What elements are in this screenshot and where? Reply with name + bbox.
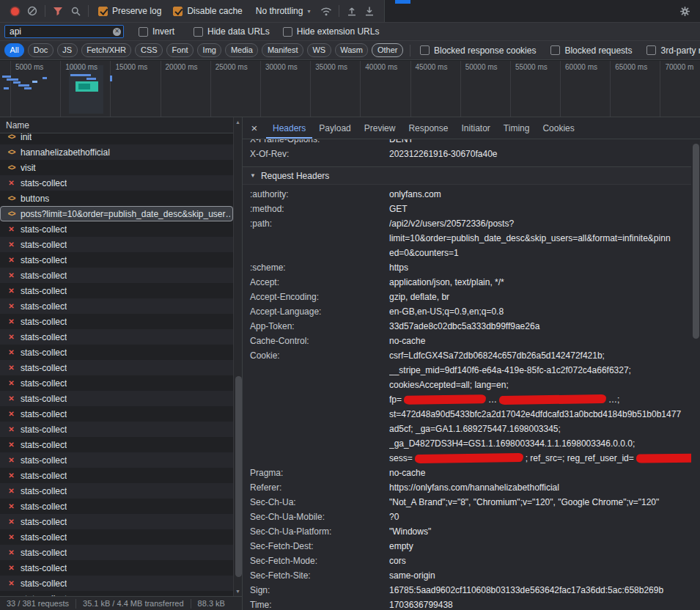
request-row[interactable]: ✕stats-collect (0, 576, 233, 591)
filter-chip-js[interactable]: JS (57, 43, 78, 57)
request-row[interactable]: ✕stats-collect (0, 422, 233, 437)
request-row[interactable]: ✕stats-collect (0, 221, 233, 237)
details-scrollbar-thumb[interactable] (693, 144, 699, 339)
network-conditions-button[interactable] (317, 2, 335, 20)
request-row[interactable]: ✕stats-collect (0, 452, 233, 468)
request-row[interactable]: <>hannahelizabethofficial (0, 144, 233, 160)
request-rows: <>init<>hannahelizabethofficial<>visit✕s… (0, 133, 233, 596)
blocked-requests-toggle[interactable]: Blocked requests (550, 45, 632, 56)
request-row[interactable]: ✕stats-collect (0, 298, 233, 314)
invert-toggle[interactable]: Invert (139, 26, 174, 37)
request-row[interactable]: ✕stats-collect (0, 175, 233, 191)
preserve-log-toggle[interactable]: Preserve log (98, 6, 161, 16)
details-scrollbar[interactable] (691, 139, 700, 610)
header-row: Accept-Language:en-GB,en-US;q=0.9,en;q=0… (243, 304, 691, 319)
preserve-log-checkbox[interactable] (98, 7, 108, 16)
search-button[interactable] (67, 2, 84, 20)
settings-button[interactable] (676, 2, 693, 20)
request-row[interactable]: ✕stats-collect (0, 514, 233, 529)
requests-scrollbar-thumb[interactable] (235, 376, 242, 577)
request-row[interactable]: ✕stats-collect (0, 314, 233, 329)
request-row[interactable]: ✕stats-collect (0, 375, 233, 391)
filter-chip-other[interactable]: Other (372, 43, 403, 57)
request-row[interactable]: <>posts?limit=10&order=publish_date_desc… (0, 206, 233, 221)
request-row[interactable]: ✕stats-collect (0, 360, 233, 375)
filter-chip-doc[interactable]: Doc (28, 43, 54, 57)
filter-toggle-button[interactable] (49, 2, 67, 20)
close-details-button[interactable]: × (243, 117, 266, 139)
clear-icon (27, 6, 37, 16)
filter-chip-manifest[interactable]: Manifest (262, 43, 303, 57)
hide-extension-urls-toggle[interactable]: Hide extension URLs (283, 26, 380, 37)
filter-input[interactable] (4, 25, 124, 38)
request-row[interactable]: ✕stats-collect (0, 252, 233, 268)
tab-payload[interactable]: Payload (312, 117, 357, 139)
filter-chip-wasm[interactable]: Wasm (335, 43, 369, 57)
hide-data-urls-toggle[interactable]: Hide data URLs (194, 26, 270, 37)
tab-initiator[interactable]: Initiator (454, 117, 496, 139)
filter-chip-all[interactable]: All (4, 43, 24, 57)
request-row[interactable]: ✕stats-collect (0, 237, 233, 252)
column-header-name[interactable]: Name (0, 117, 242, 133)
request-row[interactable]: <>buttons (0, 191, 233, 206)
request-headers-section[interactable]: ▼ Request Headers (243, 167, 691, 185)
filter-chip-img[interactable]: Img (197, 43, 221, 57)
disable-cache-checkbox[interactable] (173, 7, 183, 16)
request-row[interactable]: ✕stats-collect (0, 437, 233, 452)
import-har-button[interactable] (343, 2, 361, 20)
request-row[interactable]: ✕stats-collect (0, 345, 233, 360)
invert-checkbox[interactable] (139, 27, 148, 37)
tab-timing[interactable]: Timing (497, 117, 537, 139)
clear-log-button[interactable] (23, 2, 41, 20)
tab-preview[interactable]: Preview (358, 117, 402, 139)
request-row[interactable]: ✕stats-collect (0, 591, 233, 596)
tab-cookies[interactable]: Cookies (536, 117, 581, 139)
timeline-tick: 55000 ms (510, 61, 560, 117)
request-row[interactable]: <>init (0, 133, 233, 144)
blocked-requests-checkbox[interactable] (550, 45, 560, 55)
tab-response[interactable]: Response (402, 117, 454, 139)
header-name: Sec-Ch-Ua-Platform: (243, 524, 389, 539)
scroll-down-icon[interactable]: ▼ (235, 589, 240, 594)
error-icon: ✕ (6, 334, 17, 341)
request-row[interactable]: ✕stats-collect (0, 483, 233, 499)
request-row[interactable]: ✕stats-collect (0, 560, 233, 576)
request-row[interactable]: ✕stats-collect (0, 391, 233, 406)
request-row[interactable]: ✕stats-collect (0, 406, 233, 422)
header-value: empty (389, 539, 691, 554)
request-row[interactable]: ✕stats-collect (0, 545, 233, 560)
filter-chip-fetch-xhr[interactable]: Fetch/XHR (81, 43, 132, 57)
third-party-toggle[interactable]: 3rd-party requests (646, 45, 700, 56)
filter-chip-css[interactable]: CSS (135, 43, 163, 57)
header-row: Sec-Fetch-Dest:empty (243, 539, 691, 554)
filter-chip-ws[interactable]: WS (307, 43, 331, 57)
header-value: cors (389, 554, 691, 568)
third-party-checkbox[interactable] (646, 45, 656, 55)
tab-headers[interactable]: Headers (266, 117, 312, 139)
disable-cache-toggle[interactable]: Disable cache (173, 6, 242, 16)
requests-scrollbar[interactable]: ▲ ▼ (233, 117, 242, 596)
request-name: stats-collect (21, 425, 67, 435)
throttling-select[interactable]: No throttling ▾ (256, 6, 311, 16)
filter-chip-media[interactable]: Media (225, 43, 258, 57)
export-har-button[interactable] (361, 2, 378, 20)
filter-chip-font[interactable]: Font (166, 43, 194, 57)
record-button[interactable] (6, 2, 23, 20)
blocked-cookies-checkbox[interactable] (420, 45, 430, 55)
request-row[interactable]: ✕stats-collect (0, 468, 233, 483)
scroll-up-icon[interactable]: ▲ (235, 120, 240, 125)
request-row[interactable]: ✕stats-collect (0, 529, 233, 545)
hide-extension-urls-checkbox[interactable] (283, 27, 292, 37)
request-row[interactable]: ✕stats-collect (0, 329, 233, 345)
blocked-cookies-toggle[interactable]: Blocked response cookies (420, 45, 536, 56)
header-value: same-origin (389, 568, 691, 583)
request-row[interactable]: ✕stats-collect (0, 283, 233, 298)
clear-filter-icon[interactable]: ✕ (113, 28, 121, 36)
request-row[interactable]: <>visit (0, 160, 233, 175)
request-row[interactable]: ✕stats-collect (0, 499, 233, 514)
header-name: X-Frame-Options: (243, 139, 389, 147)
network-overview[interactable]: 5000 ms10000 ms15000 ms20000 ms25000 ms3… (0, 61, 700, 117)
download-icon (364, 6, 375, 16)
hide-data-urls-checkbox[interactable] (194, 27, 203, 37)
request-row[interactable]: ✕stats-collect (0, 268, 233, 283)
